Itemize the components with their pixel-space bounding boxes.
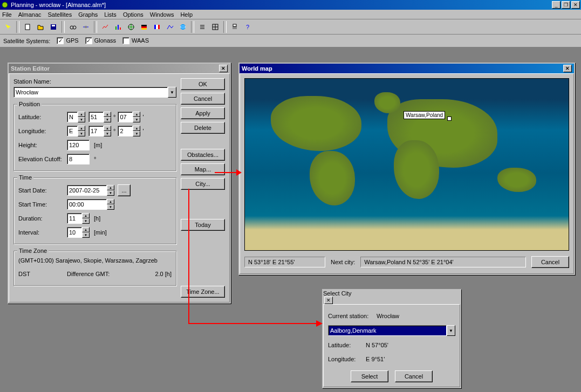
today-button[interactable]: Today [181,219,225,231]
tool-graph1-icon[interactable] [99,21,111,33]
tool-chart2-icon[interactable] [164,21,176,33]
waas-checkbox[interactable]: WAAS [122,37,149,45]
city-button[interactable]: City... [181,178,225,190]
date-picker-button[interactable]: ... [118,184,131,196]
city-combo-value[interactable]: Aalborg,Denmark [328,325,447,336]
tool-binoculars-icon[interactable] [67,21,79,33]
svg-rect-9 [115,26,117,30]
starttime-spin[interactable]: ▲▼ [67,199,114,210]
select-city-dialog: Select City ✕ Current station: Wrocław A… [322,289,461,388]
tool-print-icon[interactable] [229,21,241,33]
close-icon[interactable]: ✕ [563,65,572,72]
elevation-input[interactable] [67,154,90,164]
menu-help[interactable]: Help [180,11,193,18]
tool-new-icon[interactable] [22,21,33,33]
svg-point-21 [180,24,186,30]
tool-open-icon[interactable] [35,21,46,33]
tool-target-icon[interactable] [125,21,137,33]
menu-almanac[interactable]: Almanac [18,11,42,18]
apply-button[interactable]: Apply [181,107,225,119]
station-editor-titlebar[interactable]: Station Editor ✕ [9,64,230,73]
maximize-button[interactable]: ❐ [562,1,570,9]
menu-options[interactable]: Options [123,11,143,18]
ok-button[interactable]: OK [181,78,225,90]
cancel-button[interactable]: Cancel [181,93,225,105]
world-map-canvas[interactable]: Warsaw,Poland [244,78,569,251]
diff-label: Difference GMT: [67,271,110,277]
tool-globe-icon[interactable] [177,21,189,33]
selcity-lat-value: N 57°05' [366,342,388,348]
station-name-combo[interactable]: ▼ [13,87,176,98]
tool-bars-icon[interactable] [112,21,124,33]
app-titlebar: Planning - wrocław - [Almanac.alm*] _ ❐ … [0,0,581,10]
delete-button[interactable]: Delete [181,122,225,134]
lon-deg-spin[interactable]: ▲▼ [88,126,111,136]
satellite-systems-bar: Satellite Systems: GPS Glonass WAAS [0,35,581,47]
obstacles-button[interactable]: Obstacles... [181,149,225,161]
map-button[interactable]: Map... [181,163,225,175]
tool-satellite-icon[interactable] [80,21,92,33]
interval-spin[interactable]: ▲▼ [67,227,90,238]
lat-min-spin[interactable]: ▲▼ [118,112,140,122]
lat-hemi-spin[interactable]: ▲▼ [67,112,85,122]
close-icon[interactable]: ✕ [324,297,333,304]
gps-checkbox[interactable]: GPS [57,37,78,45]
worldmap-cancel-button[interactable]: Cancel [531,256,569,268]
tool-save-icon[interactable] [47,21,59,33]
dst-label: DST [18,271,67,277]
selcity-lon-value: E 9°51' [366,356,385,362]
menu-satellites[interactable]: Satellites [48,11,72,18]
timezone-button[interactable]: Time Zone... [181,286,225,298]
svg-rect-18 [154,25,156,29]
menu-lists[interactable]: Lists [104,11,117,18]
position-fieldset: Position Latitude: ▲▼ ▲▼ ° ▲▼ ' Longitud… [13,104,176,171]
lat-deg-spin[interactable]: ▲▼ [88,112,111,122]
select-button[interactable]: Select [351,370,388,382]
menu-windows[interactable]: Windows [150,11,174,18]
lon-hemi-spin[interactable]: ▲▼ [67,126,85,136]
lon-min-spin[interactable]: ▲▼ [118,126,140,136]
selcity-lon-label: Longitude: [328,356,366,362]
tool-flag-fr-icon[interactable] [151,21,163,33]
selcity-cancel-button[interactable]: Cancel [395,370,433,382]
city-combo[interactable]: Aalborg,Denmark ▼ [328,325,455,336]
app-icon [1,1,9,9]
height-input[interactable] [67,140,90,150]
current-station-value: Wrocław [377,313,399,319]
time-fieldset: Time Start Date: ▲▼ ... Start Time: ▲▼ D… [13,177,176,244]
next-city-label: Next city: [331,259,355,265]
map-pin-icon [447,116,452,121]
world-map-titlebar[interactable]: World map ✕ [240,64,574,73]
select-city-titlebar[interactable]: Select City ✕ [323,290,460,304]
svg-rect-29 [233,26,237,29]
tool-grid-icon[interactable] [209,21,221,33]
sat-label: Satellite Systems: [3,38,50,44]
station-name-input[interactable] [13,87,168,98]
menu-file[interactable]: File [2,11,12,18]
svg-rect-16 [141,26,147,28]
toolbar: ? [0,19,581,35]
station-name-label: Station Name: [13,78,176,85]
current-station-label: Current station: [328,313,377,319]
tool-flag-de-icon[interactable] [138,21,150,33]
svg-rect-1 [25,24,30,30]
svg-text:?: ? [246,24,249,30]
timezone-fieldset: Time Zone (GMT+01:00) Sarajewo, Skopie, … [13,251,176,286]
world-map-window: World map ✕ Warsaw,Poland N 53°18' E 21°… [238,63,575,275]
menubar: File Almanac Satellites Graphs Lists Opt… [0,10,581,19]
menu-graphs[interactable]: Graphs [78,11,98,18]
minimize-button[interactable]: _ [552,1,561,9]
starttime-label: Start Time: [18,201,67,208]
duration-spin[interactable]: ▲▼ [67,213,90,224]
tool-help-icon[interactable]: ? [242,21,254,33]
startdate-spin[interactable]: ▲▼ [67,185,114,196]
chevron-down-icon[interactable]: ▼ [168,87,176,98]
tool-list-icon[interactable] [196,21,208,33]
next-city-display: Warsaw,Poland N 52°35' E 21°04' [360,257,526,267]
chevron-down-icon[interactable]: ▼ [447,325,455,336]
tool-arrow-icon[interactable] [2,21,14,33]
glonass-checkbox[interactable]: Glonass [85,37,116,45]
close-button[interactable]: ✕ [571,1,580,9]
svg-rect-15 [141,25,147,26]
close-icon[interactable]: ✕ [219,65,228,72]
